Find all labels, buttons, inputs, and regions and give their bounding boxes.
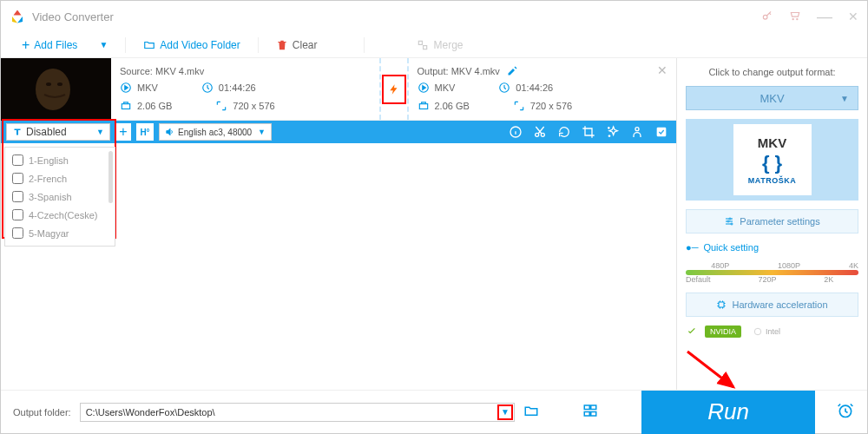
output-folder-input[interactable] [80,403,515,422]
add-subtitle-icon[interactable]: + [115,123,131,141]
out-res: 720 x 576 [530,101,572,111]
opt-label: 4-Czech(Ceske) [29,210,97,220]
svg-rect-25 [584,412,589,417]
braces-icon: { } [762,152,782,174]
minimize-icon[interactable]: — [817,8,832,26]
folder-dropdown-icon[interactable]: ▼ [497,404,513,420]
size-icon [120,100,132,112]
scrollbar[interactable] [108,151,113,203]
svg-point-16 [635,128,639,131]
change-format-label: Click to change output format: [686,67,858,77]
parameter-settings-button[interactable]: Parameter settings [686,209,858,233]
effects-icon[interactable] [603,122,622,141]
svg-rect-24 [591,405,596,410]
alarm-icon[interactable] [837,402,854,422]
checkbox[interactable] [12,209,23,220]
svg-rect-23 [584,405,589,410]
rotate-icon[interactable] [555,122,574,141]
arrow-right-icon: ●─ [686,242,698,253]
subtitle-option[interactable]: 2-French [5,169,115,187]
subtitle-option[interactable]: 4-Czech(Ceske) [5,206,115,224]
mkv-text: MKV [758,135,786,150]
app-logo [10,9,25,24]
format-value: MKV [760,92,784,105]
checkbox[interactable] [12,173,23,184]
format-select-button[interactable]: MKV ▼ [686,86,858,110]
qs-label: Default [686,275,711,284]
svg-point-18 [729,218,731,220]
file-list-panel: Source: MKV 4.mkv MKV 01:44:26 2.06 GB 7… [1,58,676,390]
opt-label: 5-Magyar [29,228,69,239]
qs-label: 480P [711,261,729,270]
sliders-icon [724,216,734,227]
checkbox[interactable] [12,155,23,166]
out-dur: 01:44:26 [516,82,553,93]
qs-label: 2K [824,275,833,284]
opt-label: 1-English [29,155,69,166]
svg-point-19 [727,220,729,222]
add-folder-button[interactable]: Add Video Folder [135,36,249,55]
checkbox[interactable] [12,227,23,239]
svg-rect-17 [657,128,667,137]
crop-icon[interactable] [579,122,598,141]
layout-icon[interactable] [582,403,598,421]
merge-button[interactable]: Merge [408,36,471,55]
chip-icon [716,299,727,310]
qs-label: 1080P [778,261,800,270]
chevron-down-icon: ▼ [840,94,849,103]
speaker-icon [165,127,174,137]
key-icon[interactable] [761,10,773,24]
format-preview[interactable]: MKV { } MATROŠKA [686,119,858,201]
output-title: Output: MKV 4.mkv [418,66,500,76]
clock-icon [498,82,510,94]
add-files-button[interactable]: + Add Files ▼ [13,34,116,56]
folder-icon [143,39,155,51]
app-title: Video Converter [32,10,114,23]
close-icon[interactable]: ✕ [848,10,858,23]
merge-label: Merge [433,39,463,51]
subtitle-select[interactable]: Disabled ▼ 1-English 2-French 3-Spanish … [6,123,110,141]
thumbnail[interactable] [1,58,111,121]
clear-label: Clear [293,39,318,51]
svg-point-0 [763,15,767,19]
svg-rect-21 [719,302,724,307]
resolution-icon [513,100,525,112]
opt-label: 2-French [29,174,67,184]
clear-button[interactable]: Clear [267,36,326,55]
chevron-down-icon[interactable]: ▼ [99,40,108,49]
out-fmt: MKV [435,82,456,93]
chevron-down-icon: ▼ [258,128,266,136]
remove-item-icon[interactable]: ✕ [657,63,667,77]
checkbox-icon[interactable] [652,122,671,141]
src-fmt: MKV [137,82,158,93]
checkbox[interactable] [12,191,23,202]
watermark-icon[interactable] [628,122,647,141]
hw-accel-label: Hardware acceleration [732,299,827,310]
edit-icon[interactable] [507,66,517,76]
nvidia-badge: NVIDIA [705,326,741,338]
svg-line-28 [687,352,733,387]
info-icon[interactable] [506,122,525,141]
quick-setting-slider[interactable]: . 480P . 1080P . 4K Default . 720P . 2K … [686,261,858,284]
quick-convert-icon[interactable] [382,75,406,104]
subtitle-option[interactable]: 5-Magyar [5,224,115,242]
qs-label: 720P [758,275,776,284]
open-folder-icon[interactable] [523,403,539,421]
svg-point-6 [57,82,62,86]
output-folder-input-wrap: ▼ [80,403,515,422]
hardware-accel-button[interactable]: Hardware acceleration [686,293,858,317]
run-button[interactable]: Run [641,391,815,434]
bottom-bar: Output folder: ▼ Run [1,390,867,433]
cart-icon[interactable] [789,10,801,24]
svg-rect-9 [122,103,129,108]
add-files-label: Add Files [34,39,77,51]
subtitle-option[interactable]: 3-Spanish [5,187,115,206]
cut-icon[interactable] [530,122,549,141]
hd-icon[interactable]: H° [136,123,154,141]
intel-badge: Intel [748,326,786,338]
subtitle-option[interactable]: 1-English [5,151,115,169]
qs-bar[interactable] [686,270,858,275]
subtitle-t-icon [12,127,23,137]
toolbar: + Add Files ▼ Add Video Folder Clear Mer… [1,32,867,58]
audio-select[interactable]: English ac3, 48000 H ▼ [159,123,272,141]
